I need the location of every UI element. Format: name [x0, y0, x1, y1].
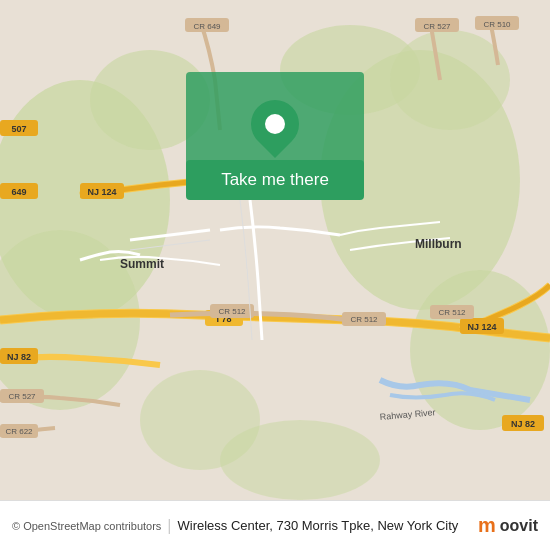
- take-me-there-button[interactable]: Take me there: [186, 160, 364, 200]
- svg-text:NJ 82: NJ 82: [511, 419, 535, 429]
- moovit-logo: m oovit: [478, 514, 538, 537]
- location-info: © OpenStreetMap contributors | Wireless …: [12, 517, 458, 535]
- moovit-logo-text: oovit: [500, 517, 538, 535]
- svg-text:Millburn: Millburn: [415, 237, 462, 251]
- svg-point-9: [390, 30, 510, 130]
- map-container: I 78 NJ 124 NJ 124 NJ 82 CR 512 CR 649 C…: [0, 0, 550, 500]
- svg-text:CR 649: CR 649: [193, 22, 221, 31]
- bottom-bar: © OpenStreetMap contributors | Wireless …: [0, 500, 550, 550]
- svg-text:NJ 124: NJ 124: [87, 187, 116, 197]
- svg-text:NJ 124: NJ 124: [467, 322, 496, 332]
- svg-point-6: [220, 420, 380, 500]
- location-pin: [251, 100, 299, 148]
- location-text: Wireless Center, 730 Morris Tpke, New Yo…: [178, 518, 459, 533]
- svg-text:CR 512: CR 512: [218, 307, 246, 316]
- svg-text:CR 512: CR 512: [350, 315, 378, 324]
- svg-text:CR 527: CR 527: [8, 392, 36, 401]
- copyright-text: © OpenStreetMap contributors: [12, 520, 161, 532]
- svg-text:CR 622: CR 622: [5, 427, 33, 436]
- svg-text:NJ 82: NJ 82: [7, 352, 31, 362]
- svg-text:CR 527: CR 527: [423, 22, 451, 31]
- svg-text:507: 507: [11, 124, 26, 134]
- svg-point-4: [410, 270, 550, 430]
- moovit-logo-m: m: [478, 514, 496, 537]
- svg-text:649: 649: [11, 187, 26, 197]
- svg-text:CR 512: CR 512: [438, 308, 466, 317]
- svg-text:Summit: Summit: [120, 257, 164, 271]
- svg-text:CR 510: CR 510: [483, 20, 511, 29]
